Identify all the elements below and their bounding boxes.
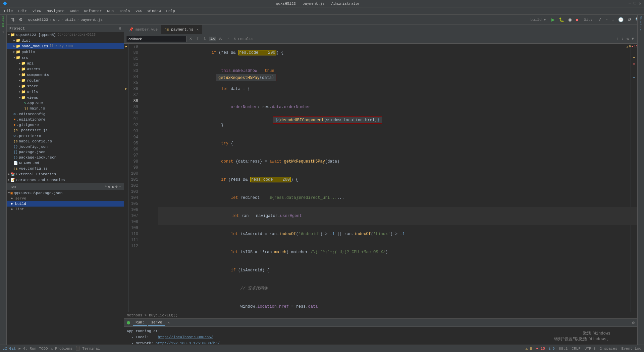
bottom-tab-serve[interactable]: serve — [148, 320, 165, 326]
match-word-btn[interactable]: W — [217, 37, 223, 41]
linenum-86: 86 — [129, 86, 138, 92]
tree-jsconfig[interactable]: {} jsconfig.json — [7, 144, 124, 149]
npm-build[interactable]: ● build — [7, 201, 124, 207]
npm-settings-btn[interactable]: ⚙ — [115, 184, 118, 189]
toolbar-settings-btn[interactable]: ⚙ — [17, 16, 24, 23]
tree-public[interactable]: ▶ 📁 public — [7, 49, 124, 55]
regex-btn[interactable]: .* — [225, 37, 230, 41]
menu-window[interactable]: Window — [146, 8, 163, 14]
tree-src[interactable]: ▼ 📁 src — [7, 55, 124, 60]
tree-prettierrc[interactable]: ⚙ .prettierrc — [7, 133, 124, 139]
npm-serve[interactable]: ● serve — [7, 196, 124, 201]
search-navigate-up-btn[interactable]: ↑ — [616, 37, 619, 41]
tree-router[interactable]: ▶ 📁 router — [7, 78, 124, 83]
tree-assets[interactable]: ▶ 📁 assets — [7, 66, 124, 72]
status-event-log[interactable]: Event Log — [622, 347, 641, 351]
tree-postcssrc[interactable]: js .postcssrc.js — [7, 128, 124, 133]
git-rollback-btn[interactable]: ↺ — [626, 16, 633, 23]
menu-navigate[interactable]: Navigate — [45, 8, 66, 14]
favorites-tab-icon[interactable]: ★ — [2, 30, 5, 33]
search-input[interactable] — [126, 36, 186, 42]
close-button[interactable]: ✕ — [639, 1, 641, 6]
linenum-102: 102 — [129, 183, 138, 189]
tree-vue-config[interactable]: js vue.config.js — [7, 166, 124, 171]
project-tab-icon[interactable]: Project — [2, 16, 5, 28]
build-selector[interactable]: build ▼ — [531, 18, 546, 22]
status-indent[interactable]: 2 spaces — [600, 347, 618, 351]
npm-package-tree[interactable]: ▼ ▣ qqxsH5123\package.json — [7, 190, 124, 196]
npm-lint[interactable]: ● lint — [7, 207, 124, 212]
scroll-minimap[interactable] — [633, 50, 635, 117]
search-next-btn[interactable]: ⇩ — [202, 36, 208, 41]
bottom-tab-run[interactable]: Run: — [133, 320, 147, 326]
tree-readme[interactable]: 📄 README.md — [7, 160, 124, 166]
menu-vcs[interactable]: VCS — [133, 8, 144, 14]
tree-api[interactable]: ▶ 📁 api — [7, 60, 124, 66]
tree-components[interactable]: ▶ 📁 components — [7, 72, 124, 78]
tree-dist[interactable]: ▶ 📁 dist — [7, 38, 124, 43]
bottom-tab-close-btn[interactable]: ✕ — [167, 320, 170, 325]
structure-icon[interactable]: Structure — [639, 16, 642, 31]
menu-edit[interactable]: Edit — [16, 8, 29, 14]
menu-view[interactable]: View — [31, 8, 43, 14]
git-history-btn[interactable]: 🕐 — [617, 16, 625, 23]
menu-help[interactable]: Help — [164, 8, 177, 14]
status-encoding[interactable]: UTF-8 — [585, 347, 596, 351]
coverage-btn[interactable]: ◉ — [567, 16, 573, 23]
stop-btn[interactable]: ■ — [575, 16, 580, 23]
tree-external-libraries[interactable]: ▶ 📚 External Libraries — [7, 171, 124, 177]
tree-utils[interactable]: ▶ 📁 utils — [7, 89, 124, 95]
tree-app-vue[interactable]: V App.vue — [7, 100, 124, 106]
git-push-btn[interactable]: ↓ — [611, 16, 616, 23]
match-case-btn[interactable]: Aa — [209, 37, 216, 41]
menu-file[interactable]: File — [2, 8, 15, 14]
status-crlf[interactable]: CRLF — [572, 347, 580, 351]
payment-js-close-btn[interactable]: ✕ — [197, 28, 199, 32]
search-filter-btn[interactable]: ▼ — [632, 37, 634, 41]
sidebar-gear-icon[interactable]: ⚙ — [119, 26, 121, 31]
tree-gitignore[interactable]: ● .gitignore — [7, 122, 124, 128]
search-wrap-btn[interactable]: ⇅ — [627, 36, 629, 41]
search-prev-btn[interactable]: ⇧ — [195, 36, 201, 41]
git-check-btn[interactable]: ✓ — [597, 16, 603, 23]
tree-store[interactable]: ▶ 📁 store — [7, 83, 124, 89]
npm-close-btn[interactable]: − — [119, 184, 121, 189]
tab-payment-js[interactable]: js payment.js ✕ — [161, 25, 202, 34]
linenum-95: 95 — [129, 140, 138, 146]
status-todo-btn[interactable]: TODO — [39, 347, 48, 351]
tree-node-modules[interactable]: ▶ 📁 node_modules library root — [7, 43, 124, 49]
npm-sync-btn[interactable]: ⇅ — [112, 184, 114, 189]
local-link[interactable]: http://localhost:8080/h5/ — [158, 335, 213, 339]
tree-eslintignore[interactable]: ● .eslintignore — [7, 117, 124, 122]
tree-editorconfig[interactable]: ⚙ .editorconfig — [7, 111, 124, 117]
search-navigate-down-btn[interactable]: ↓ — [621, 37, 624, 41]
run-btn[interactable]: ▶ — [550, 16, 556, 23]
status-terminal-btn[interactable]: ⬛ Terminal — [75, 346, 100, 351]
bottom-settings-btn[interactable]: ⚙ — [632, 320, 635, 325]
debug-btn[interactable]: 🐛 — [557, 16, 566, 23]
menu-code[interactable]: Code — [68, 8, 80, 14]
tree-scratches[interactable]: ▶ 📝 Scratches and Consoles — [7, 177, 124, 183]
title-bar-right[interactable]: ─ □ ✕ — [629, 1, 641, 6]
code-content[interactable]: getWxRequestH5Pay(data) ${decodeURICompo… — [156, 44, 637, 312]
status-git[interactable]: ⎇ Git — [3, 346, 16, 351]
status-run-btn[interactable]: ▶ 4: Run — [18, 346, 36, 351]
tree-main-js[interactable]: js main.js — [7, 106, 124, 111]
tree-root[interactable]: ▼ 📁 qqxsH5123 [qqxsH5] D:/gongsi/qqxsH51… — [7, 32, 124, 38]
git-update-btn[interactable]: ↑ — [604, 16, 609, 23]
status-problems-btn[interactable]: ⚠ Problems — [51, 346, 73, 351]
toolbar-sync-btn[interactable]: ⇅ — [10, 16, 16, 23]
tree-views[interactable]: ▶ 📁 views — [7, 95, 124, 100]
npm-add-btn[interactable]: + — [105, 184, 107, 189]
search-clear-btn[interactable]: ✕ — [188, 36, 194, 41]
menu-refactor[interactable]: Refactor — [82, 8, 104, 14]
maximize-button[interactable]: □ — [634, 1, 636, 6]
minimize-button[interactable]: ─ — [629, 1, 631, 6]
npm-refresh-btn[interactable]: ↺ — [108, 184, 111, 189]
tab-member-vue[interactable]: 📌 member.vue — [125, 25, 161, 34]
menu-tools[interactable]: Tools — [117, 8, 132, 14]
tree-babel-config[interactable]: js babel.config.js — [7, 139, 124, 144]
tree-package-lock[interactable]: {} package-lock.json — [7, 155, 124, 160]
menu-run[interactable]: Run — [105, 8, 116, 14]
tree-package-json[interactable]: {} package.json — [7, 149, 124, 155]
